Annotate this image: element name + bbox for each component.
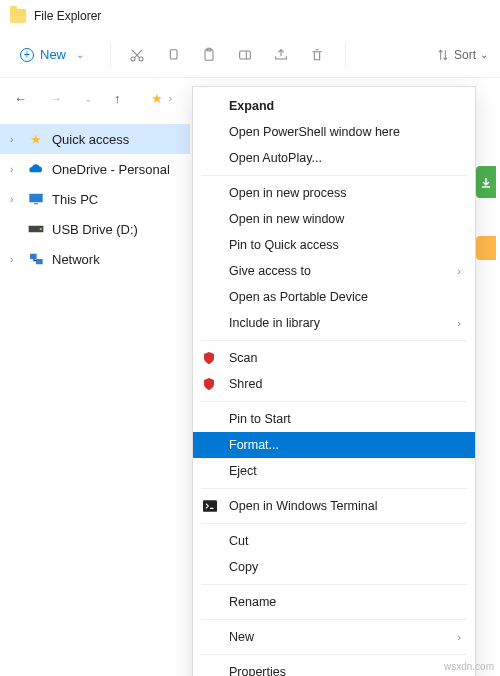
rename-icon[interactable] (237, 47, 255, 63)
context-menu-label: Open as Portable Device (229, 290, 368, 304)
context-menu-item[interactable]: Pin to Quick access (193, 232, 475, 258)
sidebar-item-quick-access[interactable]: › ★ Quick access (0, 124, 190, 154)
context-menu-label: Properties (229, 665, 286, 676)
context-menu-item[interactable]: Expand (193, 93, 475, 119)
chevron-right-icon: › (457, 631, 461, 643)
context-menu-label: Pin to Start (229, 412, 291, 426)
svg-rect-7 (34, 203, 38, 204)
cut-icon[interactable] (129, 47, 147, 63)
context-menu-item[interactable]: Open in new process (193, 180, 475, 206)
context-menu-item[interactable]: Shred (193, 371, 475, 397)
paste-icon[interactable] (201, 47, 219, 63)
context-menu-label: Eject (229, 464, 257, 478)
sidebar: › ★ Quick access › OneDrive - Personal ›… (0, 118, 190, 280)
monitor-icon (28, 191, 44, 207)
svg-rect-5 (240, 51, 251, 59)
sort-label: Sort (454, 48, 476, 62)
separator (201, 619, 467, 620)
context-menu-label: Open in Windows Terminal (229, 499, 377, 513)
separator (201, 340, 467, 341)
history-dropdown[interactable]: ⌄ (84, 93, 92, 104)
chevron-right-icon: › (10, 194, 20, 205)
context-menu-label: Open in new window (229, 212, 344, 226)
context-menu-item[interactable]: Open AutoPlay... (193, 145, 475, 171)
chevron-right-icon: › (10, 134, 20, 145)
drive-icon (28, 221, 44, 237)
separator (201, 584, 467, 585)
sidebar-item-usb-drive[interactable]: › USB Drive (D:) (0, 214, 190, 244)
context-menu-label: Rename (229, 595, 276, 609)
download-badge[interactable] (476, 166, 496, 198)
context-menu-label: Open in new process (229, 186, 346, 200)
forward-button[interactable]: → (49, 91, 62, 106)
context-menu-label: New (229, 630, 254, 644)
copy-icon[interactable] (165, 47, 183, 63)
folder-icon (10, 9, 26, 23)
watermark: wsxdn.com (444, 661, 494, 672)
context-menu-label: Open AutoPlay... (229, 151, 322, 165)
titlebar: File Explorer (0, 0, 500, 32)
sidebar-item-label: OneDrive - Personal (52, 162, 170, 177)
context-menu: ExpandOpen PowerShell window hereOpen Au… (192, 86, 476, 676)
context-menu-item[interactable]: Rename (193, 589, 475, 615)
divider (110, 43, 111, 67)
context-menu-label: Expand (229, 99, 274, 113)
share-icon[interactable] (273, 47, 291, 63)
sidebar-item-network[interactable]: › Network (0, 244, 190, 274)
new-button[interactable]: + New ⌄ (12, 43, 92, 66)
context-menu-item[interactable]: Properties (193, 659, 475, 676)
chevron-right-icon: › (10, 164, 20, 175)
chevron-right-icon: › (457, 317, 461, 329)
divider (345, 43, 346, 67)
separator (201, 488, 467, 489)
cloud-icon (28, 161, 44, 177)
separator (201, 401, 467, 402)
context-menu-label: Give access to (229, 264, 311, 278)
chevron-right-icon: › (457, 265, 461, 277)
svg-point-1 (139, 57, 143, 61)
network-icon (28, 251, 44, 267)
context-menu-label: Copy (229, 560, 258, 574)
sidebar-item-label: Quick access (52, 132, 129, 147)
context-menu-item[interactable]: Cut (193, 528, 475, 554)
svg-rect-6 (29, 194, 42, 203)
toolbar: + New ⌄ Sort ⌄ (0, 32, 500, 78)
context-menu-item[interactable]: Open in Windows Terminal (193, 493, 475, 519)
sort-button[interactable]: Sort ⌄ (436, 48, 488, 62)
star-icon: ★ (28, 131, 44, 147)
context-menu-item[interactable]: Scan (193, 345, 475, 371)
context-menu-label: Shred (229, 377, 262, 391)
svg-point-0 (131, 57, 135, 61)
context-menu-item[interactable]: Pin to Start (193, 406, 475, 432)
delete-icon[interactable] (309, 47, 327, 63)
context-menu-item[interactable]: New› (193, 624, 475, 650)
shield-icon (203, 377, 219, 391)
address-bar[interactable]: ★ › (151, 91, 173, 106)
sidebar-item-onedrive[interactable]: › OneDrive - Personal (0, 154, 190, 184)
context-menu-item[interactable]: Eject (193, 458, 475, 484)
context-menu-item[interactable]: Copy (193, 554, 475, 580)
context-menu-item[interactable]: Open PowerShell window here (193, 119, 475, 145)
sidebar-item-label: USB Drive (D:) (52, 222, 138, 237)
svg-point-9 (40, 228, 42, 230)
context-menu-item[interactable]: Open as Portable Device (193, 284, 475, 310)
context-menu-item[interactable]: Open in new window (193, 206, 475, 232)
up-button[interactable]: ↑ (114, 91, 121, 106)
chevron-down-icon: ⌄ (480, 49, 488, 60)
sidebar-item-this-pc[interactable]: › This PC (0, 184, 190, 214)
chevron-down-icon: ⌄ (76, 49, 84, 60)
star-icon: ★ (151, 91, 163, 106)
folder-badge[interactable] (476, 236, 496, 260)
chevron-right-icon: › (169, 92, 173, 104)
svg-rect-2 (170, 49, 177, 58)
context-menu-label: Cut (229, 534, 248, 548)
context-menu-label: Include in library (229, 316, 320, 330)
window-title: File Explorer (34, 9, 101, 23)
context-menu-item[interactable]: Give access to› (193, 258, 475, 284)
shield-icon (203, 351, 219, 365)
context-menu-item[interactable]: Include in library› (193, 310, 475, 336)
new-label: New (40, 47, 66, 62)
sort-icon (436, 48, 450, 62)
context-menu-item[interactable]: Format... (193, 432, 475, 458)
back-button[interactable]: ← (14, 91, 27, 106)
